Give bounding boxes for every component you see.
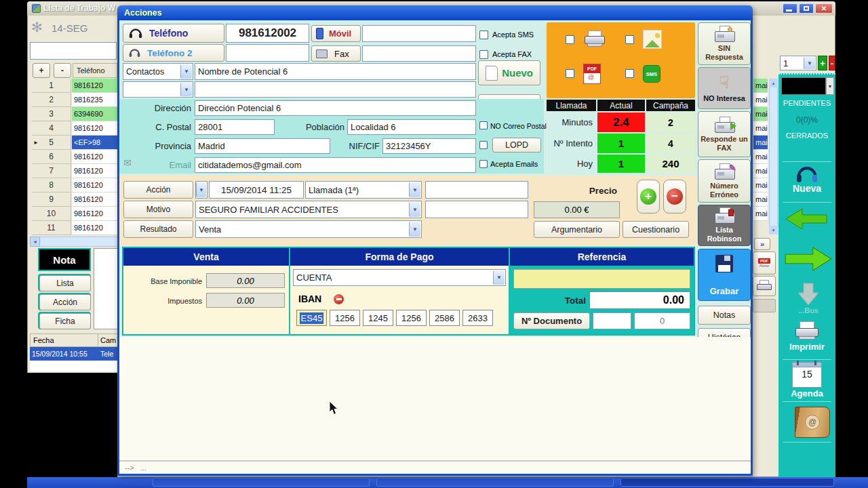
nota-accion-button[interactable]: Acción — [38, 293, 91, 310]
taskbar-button[interactable] — [153, 478, 370, 487]
history-col-cam[interactable]: Cam — [98, 333, 118, 347]
row-phone[interactable]: 9816120 — [72, 150, 117, 164]
strip-next-button[interactable]: » — [754, 238, 770, 250]
row-phone[interactable]: 9816120 — [72, 121, 117, 136]
counter-dropdown-arrow[interactable]: ▼ — [804, 57, 815, 69]
movil-button[interactable]: Móvil — [311, 25, 361, 42]
bus-download-button[interactable]: ...Bus — [796, 282, 821, 317]
note-text-area[interactable] — [94, 248, 118, 329]
status-filter-dropdown[interactable] — [781, 77, 826, 95]
nuevo-button[interactable]: Nuevo — [478, 60, 540, 85]
argumentario-button[interactable]: Argumentario — [534, 221, 620, 238]
nota-ficha-button[interactable]: Ficha — [38, 312, 91, 329]
row-phone[interactable]: 9816120 — [72, 221, 117, 235]
add-action-button[interactable]: + — [637, 180, 660, 214]
strip-blank-button[interactable] — [753, 299, 776, 312]
row-phone-selected[interactable]: <EF>98 — [72, 136, 117, 150]
vscroll-up-button[interactable]: ▲ — [769, 79, 778, 87]
taskbar-button[interactable] — [620, 478, 834, 487]
row-number[interactable]: 1 — [32, 79, 71, 93]
row-number[interactable]: 6 — [32, 150, 71, 164]
motivo-dropdown-arrow[interactable]: ▼ — [409, 202, 420, 217]
cpostal-field[interactable]: 28001 — [195, 119, 275, 135]
email-send-checkbox[interactable] — [625, 35, 634, 44]
notas-button[interactable]: Notas — [698, 306, 751, 325]
referencia-input[interactable] — [513, 269, 690, 289]
resultado-dropdown-arrow[interactable]: ▼ — [409, 222, 420, 237]
movil-value[interactable] — [362, 25, 476, 42]
row-phone[interactable]: 9816120 — [72, 178, 117, 192]
grid-vscrollbar[interactable] — [769, 79, 778, 235]
motivo-button[interactable]: Motivo — [123, 201, 193, 218]
row-phone[interactable]: 9816235 — [72, 93, 117, 107]
resultado-select[interactable]: Venta ▼ — [195, 220, 422, 238]
nif-field[interactable]: 32123456Y — [382, 138, 476, 154]
list-counter-select[interactable]: 1 ▼ — [780, 56, 816, 70]
iban-field-selected[interactable]: ES45 — [296, 310, 327, 326]
fax-value[interactable] — [362, 45, 476, 62]
mini-dropdown-arrow[interactable]: ▼ — [196, 182, 206, 197]
grabar-button[interactable]: Grabar — [698, 249, 751, 301]
row-number-selected[interactable]: ► 5 — [32, 136, 71, 150]
nombre-field[interactable]: Nombre de Potencial 6 — [195, 63, 476, 80]
numero-erroneo-button[interactable]: ✎ Número Erróneo — [698, 159, 751, 203]
ndocumento-button[interactable]: Nº Documento — [513, 312, 590, 329]
accion-button[interactable]: Acción — [123, 181, 193, 199]
vscroll-down-button[interactable]: ▼ — [769, 226, 778, 235]
strip-print-button[interactable] — [753, 276, 776, 296]
agenda-button[interactable]: 15 Agenda — [778, 362, 835, 400]
forma-pago-select[interactable]: CUENTA ▼ — [293, 269, 506, 286]
row-phone[interactable]: 9816120 — [72, 207, 117, 221]
contact2-select[interactable]: ▼ — [123, 81, 193, 98]
add-row-button[interactable]: + — [33, 63, 50, 78]
campaign-filter-input[interactable] — [30, 42, 117, 60]
telefono2-button[interactable]: Teléfono 2 — [123, 44, 224, 62]
row-number[interactable]: 4 — [32, 121, 71, 136]
grid-header-telefono[interactable]: Teléfono — [73, 63, 117, 78]
row-phone[interactable]: 9816120 — [72, 192, 117, 207]
telefono-value[interactable]: 981612002 — [226, 24, 309, 43]
tipo-dropdown-arrow[interactable]: ▼ — [409, 182, 420, 197]
row-number[interactable]: 3 — [32, 107, 71, 121]
row-number[interactable]: 7 — [32, 164, 71, 178]
provincia-field[interactable]: Madrid — [195, 138, 330, 154]
iban-field[interactable]: 1256 — [396, 310, 427, 326]
remove-row-button[interactable]: - — [54, 63, 71, 78]
acepta-sms-checkbox[interactable] — [479, 30, 488, 39]
pdf-send-checkbox[interactable] — [566, 69, 574, 78]
row-number[interactable]: 10 — [32, 207, 71, 221]
motivo-select[interactable]: SEGURO FAMILIAR ACCIDENTES ▼ — [195, 201, 422, 218]
counter-plus-button[interactable]: + — [818, 56, 827, 70]
poblacion-field[interactable]: Localidad 6 — [347, 119, 476, 135]
row-number[interactable]: 8 — [32, 178, 71, 192]
nueva-button[interactable]: Nueva — [778, 165, 835, 201]
lopd-button[interactable]: LOPD — [492, 138, 541, 152]
row-number[interactable]: 2 — [32, 93, 71, 107]
ndocumento-field2[interactable]: 0 — [634, 312, 690, 329]
history-col-fecha[interactable]: Fecha — [30, 333, 98, 347]
iban-field[interactable]: 1245 — [363, 310, 393, 326]
motivo-extra-field[interactable] — [425, 201, 528, 218]
acepta-fax-checkbox[interactable] — [479, 50, 488, 59]
minimize-button[interactable] — [783, 3, 797, 14]
email-field[interactable]: citidatademos@gmail.com — [195, 157, 476, 173]
grid-hscrollbar[interactable] — [30, 237, 118, 247]
print-send-checkbox[interactable] — [566, 35, 574, 44]
imprimir-button[interactable]: Imprimir — [778, 321, 835, 357]
iban-field[interactable]: 1256 — [330, 310, 360, 326]
iban-field[interactable]: 2633 — [462, 310, 493, 326]
no-interesa-button[interactable]: ☟ NO Interesa — [698, 67, 751, 109]
history-row-fecha[interactable]: 15/09/2014 10:55 — [30, 347, 98, 361]
lopd-checkbox[interactable] — [479, 141, 488, 149]
iban-field[interactable]: 2586 — [429, 310, 460, 326]
row-phone[interactable]: 6394690 — [72, 107, 117, 121]
address-book-button[interactable]: @ — [795, 407, 830, 438]
resultado-button[interactable]: Resultado — [123, 220, 193, 238]
telefono2-value[interactable] — [226, 44, 309, 62]
forma-pago-dropdown-arrow[interactable]: ▼ — [493, 270, 505, 285]
accion-extra-field[interactable] — [425, 181, 528, 199]
cuestionario-button[interactable]: Cuestionario — [623, 221, 689, 238]
accion-mini-select[interactable]: ▼ — [195, 181, 208, 199]
responde-fax-button[interactable]: Responde un FAX — [698, 111, 751, 157]
iban-remove-icon[interactable] — [334, 294, 344, 304]
